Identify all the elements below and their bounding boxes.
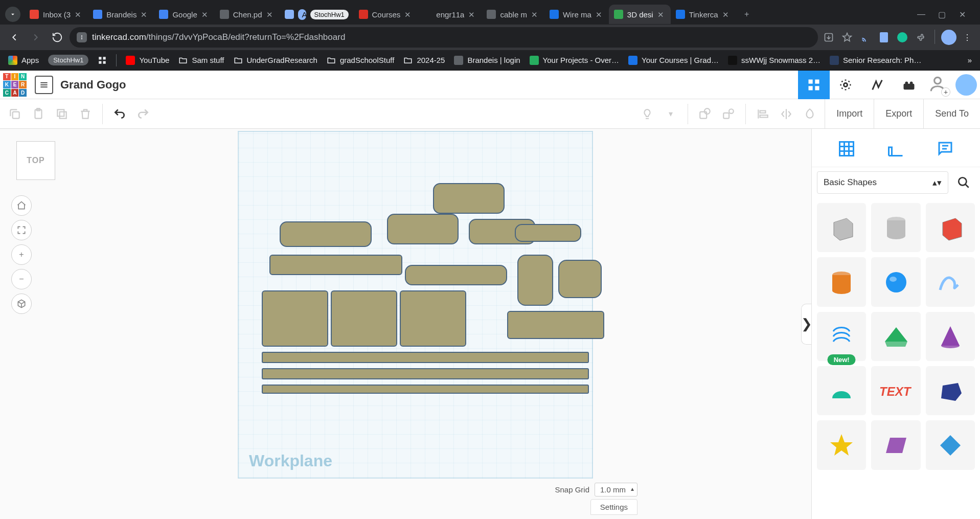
close-icon[interactable]: ✕ xyxy=(266,10,275,18)
browser-tab[interactable]: cable m✕ xyxy=(482,5,544,24)
group-button[interactable] xyxy=(693,102,717,126)
mode-circuits-button[interactable] xyxy=(861,71,893,99)
delete-button[interactable] xyxy=(74,102,97,126)
close-icon[interactable]: ✕ xyxy=(141,10,149,18)
shape-torus[interactable]: New! xyxy=(817,312,866,361)
shape-scribble[interactable] xyxy=(926,257,975,306)
shape-diamond[interactable] xyxy=(926,420,975,469)
export-button[interactable]: Export xyxy=(874,99,923,129)
window-close-button[interactable]: ✕ xyxy=(956,9,968,20)
extensions-icon[interactable] xyxy=(913,30,928,45)
shape-roof[interactable] xyxy=(871,312,920,361)
shape-cylinder-hole[interactable] xyxy=(871,203,920,252)
new-tab-button[interactable]: + xyxy=(739,6,755,22)
user-avatar[interactable] xyxy=(955,74,977,96)
ungroup-button[interactable] xyxy=(717,102,740,126)
shape-half-cylinder[interactable] xyxy=(817,366,866,415)
bookmark-item[interactable]: Sam stuff xyxy=(178,56,224,65)
forward-button[interactable] xyxy=(27,28,45,47)
site-info-icon[interactable] xyxy=(77,32,87,42)
fit-view-button[interactable] xyxy=(11,220,32,240)
mode-3d-button[interactable] xyxy=(798,71,830,99)
ortho-toggle-button[interactable] xyxy=(11,294,32,314)
shape-star[interactable] xyxy=(817,420,866,469)
zoom-in-button[interactable]: + xyxy=(11,244,32,265)
workplane[interactable]: Workplane xyxy=(238,131,593,479)
bookmark-item[interactable]: Apps xyxy=(8,56,39,65)
copy-button[interactable] xyxy=(3,102,27,126)
bookmark-item[interactable]: Your Courses | Grad… xyxy=(628,56,719,65)
close-icon[interactable]: ✕ xyxy=(404,10,413,18)
shape-category-select[interactable]: Basic Shapes ▴▾ xyxy=(817,171,948,194)
bulb-button[interactable] xyxy=(635,102,659,126)
workplane-tool-button[interactable] xyxy=(836,138,857,160)
design-list-button[interactable] xyxy=(35,76,53,94)
reload-button[interactable] xyxy=(48,28,66,47)
undo-button[interactable] xyxy=(108,102,131,126)
chrome-menu-button[interactable]: ⋮ xyxy=(960,30,975,45)
bookmark-item[interactable]: StochHw1 xyxy=(48,55,88,65)
send-to-button[interactable]: Send To xyxy=(923,99,980,129)
bookmark-item[interactable]: UnderGradResearch xyxy=(234,56,317,65)
mirror-button[interactable] xyxy=(774,102,798,126)
shape-cone[interactable] xyxy=(926,312,975,361)
view-cube[interactable]: TOP xyxy=(16,141,55,180)
maximize-button[interactable]: ▢ xyxy=(936,9,947,20)
back-button[interactable] xyxy=(5,28,24,47)
bookmark-item[interactable]: Brandeis | login xyxy=(454,56,520,65)
close-icon[interactable]: ✕ xyxy=(531,10,539,18)
browser-tab[interactable]: Wire ma✕ xyxy=(544,5,609,24)
browser-tab[interactable]: Chen.pd✕ xyxy=(215,5,280,24)
grammarly-ext-icon[interactable] xyxy=(895,30,910,45)
browser-tab[interactable]: 3D desi✕ xyxy=(609,5,671,24)
redo-button[interactable] xyxy=(131,102,155,126)
close-icon[interactable]: ✕ xyxy=(596,10,604,18)
bookmark-item[interactable]: ssWWjj Snowmass 2… xyxy=(728,56,821,65)
bookmark-item[interactable]: Senior Research: Ph… xyxy=(830,56,921,65)
url-field[interactable]: tinkercad.com/things/7dvvYpPocaB/edit?re… xyxy=(70,27,818,48)
docs-ext-icon[interactable] xyxy=(876,30,892,45)
panel-toggle-button[interactable]: ❯ xyxy=(801,304,811,345)
bookmark-star-icon[interactable] xyxy=(839,30,855,45)
duplicate-button[interactable] xyxy=(50,102,74,126)
tab-search-button[interactable] xyxy=(5,7,20,22)
shape-cylinder[interactable] xyxy=(817,257,866,306)
shape-polygon[interactable] xyxy=(926,366,975,415)
mode-bricks-button[interactable] xyxy=(893,71,925,99)
close-icon[interactable]: ✕ xyxy=(722,10,731,18)
bulb-menu[interactable]: ▾ xyxy=(659,102,682,126)
browser-tab[interactable]: Inbox (3✕ xyxy=(25,5,88,24)
browser-tab[interactable]: Tinkerca✕ xyxy=(671,5,736,24)
home-view-button[interactable] xyxy=(11,195,32,216)
tinkercad-logo[interactable]: TIN KER CAD xyxy=(2,72,28,98)
close-icon[interactable]: ✕ xyxy=(657,10,666,18)
close-icon[interactable]: ✕ xyxy=(75,10,83,18)
grid-settings-button[interactable]: Settings xyxy=(590,499,637,515)
bookmarks-overflow-button[interactable]: » xyxy=(968,56,972,64)
cruise-button[interactable] xyxy=(798,102,822,126)
paste-button[interactable] xyxy=(27,102,50,126)
bookmark-item[interactable]: gradSchoolStuff xyxy=(327,56,394,65)
bookmark-item[interactable]: Your Projects - Over… xyxy=(530,56,620,65)
import-button[interactable]: Import xyxy=(825,99,874,129)
notes-tool-button[interactable] xyxy=(935,138,956,160)
browser-tab[interactable]: Brandeis✕ xyxy=(88,5,154,24)
mode-blocks-button[interactable] xyxy=(830,71,861,99)
shape-para[interactable] xyxy=(871,420,920,469)
ruler-tool-button[interactable] xyxy=(885,138,906,160)
shape-box[interactable] xyxy=(926,203,975,252)
zoom-out-button[interactable]: − xyxy=(11,269,32,289)
canvas[interactable]: TOP + − Workplane xyxy=(0,129,811,519)
close-icon[interactable]: ✕ xyxy=(468,10,476,18)
invite-user-button[interactable] xyxy=(928,74,949,96)
profile-avatar[interactable] xyxy=(941,30,956,45)
shape-sphere[interactable] xyxy=(871,257,920,306)
shape-search-button[interactable] xyxy=(952,171,975,194)
browser-tab[interactable]: engr11a✕ xyxy=(418,5,482,24)
shape-text[interactable]: TEXT xyxy=(871,366,920,415)
cast-icon[interactable] xyxy=(858,30,873,45)
minimize-button[interactable]: — xyxy=(916,9,927,20)
close-icon[interactable]: ✕ xyxy=(201,10,210,18)
bookmark-item[interactable]: 2024-25 xyxy=(403,56,445,65)
snap-grid-select[interactable]: 1.0 mm xyxy=(595,483,637,497)
